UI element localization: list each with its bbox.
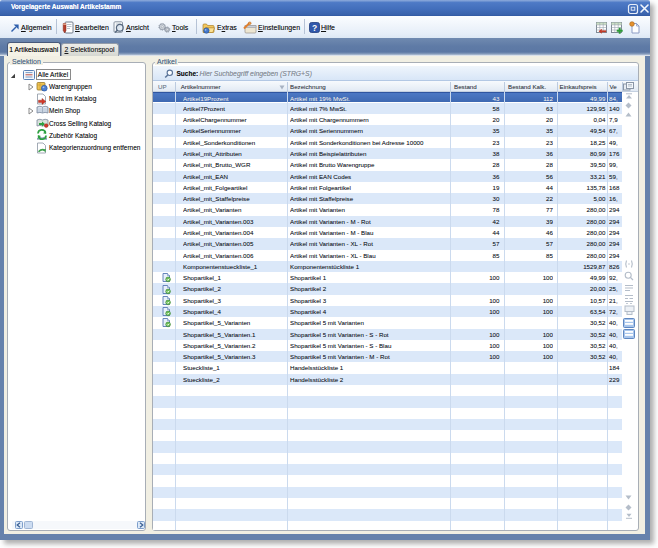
svg-text:?: ? xyxy=(312,23,317,33)
